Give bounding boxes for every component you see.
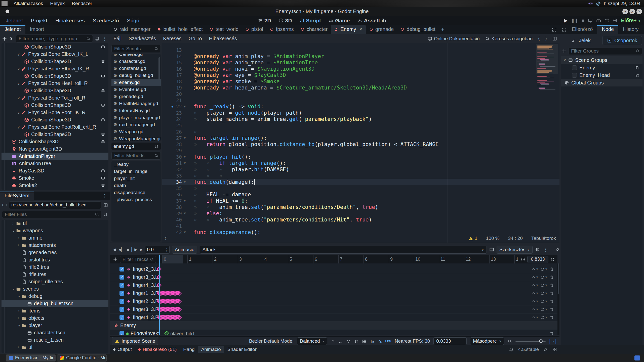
visibility-eye-icon[interactable]: [101, 176, 105, 180]
delete-track-icon[interactable]: [550, 315, 554, 320]
code-line-25[interactable]: 25: [162, 122, 559, 128]
code-line-42[interactable]: 42∨func disappearance():: [162, 229, 559, 235]
workspace-3d[interactable]: 3D: [277, 17, 294, 24]
copy-group-icon[interactable]: [635, 73, 639, 77]
scene-node-physical-bone-elbow-ik-l[interactable]: ∨Physical Bone Elbow_IK_L: [2, 51, 108, 58]
script-tab-fpsarms[interactable]: fpsarms: [266, 25, 297, 34]
script-menu-keresés[interactable]: Keresés: [159, 35, 185, 42]
code-editor[interactable]: 1314@onready var anim_play = $AnimationP…: [162, 43, 559, 243]
menu-hibakeresés[interactable]: Hibakeresés: [52, 17, 88, 24]
track-interp-dropdown[interactable]: ∨: [532, 299, 538, 303]
delete-track-icon[interactable]: [550, 275, 554, 279]
file-player[interactable]: ∨player: [2, 322, 108, 329]
anim-menu-icon[interactable]: ⋮: [542, 247, 549, 252]
dock-menu-icon[interactable]: ⋮: [643, 27, 644, 32]
pin-animation-icon[interactable]: [555, 247, 559, 252]
code-line-20[interactable]: 20: [162, 91, 559, 97]
code-minimap[interactable]: [536, 44, 558, 89]
anim-time-spinbox[interactable]: 0.0∧∨: [145, 246, 169, 254]
group-tracks-icon[interactable]: [362, 339, 366, 343]
method-item-ready[interactable]: _ready: [111, 161, 161, 168]
play-button[interactable]: ▶: [564, 18, 568, 23]
playhead[interactable]: [159, 255, 160, 335]
keres-s-a-s-g-ban[interactable]: Keresés a súgóban: [485, 36, 533, 41]
steam-icon[interactable]: [596, 1, 601, 6]
script-item-enemy-gd[interactable]: ⚙enemy.gd: [111, 79, 161, 86]
animation-name-dropdown[interactable]: Attack∨: [200, 246, 487, 254]
delete-track-icon[interactable]: [550, 267, 554, 271]
script-item-grenade-gd[interactable]: ⚙grenade.gd: [111, 93, 161, 100]
code-line-18[interactable]: 18@onready var smoke = $Smoke: [162, 78, 559, 84]
script-tab-debug_bullet[interactable]: debug_bullet: [397, 25, 439, 34]
track-finger1-3-r[interactable]: ✓finger1_3.R∨∨: [110, 289, 557, 297]
delete-track-icon[interactable]: [550, 283, 554, 287]
script-item-weapon-gd[interactable]: ⚙Weapon.gd: [111, 128, 161, 135]
dock-tab-history[interactable]: History: [618, 25, 643, 34]
track-enabled-checkbox[interactable]: ✓: [119, 267, 124, 272]
scene-filter-input[interactable]: [16, 35, 93, 42]
delete-track-icon[interactable]: [550, 291, 554, 295]
script-item-weaponmanager-gd[interactable]: ⚙WeaponManager.gd: [111, 135, 161, 141]
delete-track-icon[interactable]: [550, 331, 554, 335]
file-items[interactable]: 〉items: [2, 307, 108, 314]
new-tab-button[interactable]: +: [439, 27, 447, 34]
menu-jelenet[interactable]: Jelenet: [3, 17, 26, 24]
workspace-game[interactable]: Game: [327, 17, 352, 24]
imported-scene-button[interactable]: Imported Scene: [112, 337, 158, 345]
menu-súgó[interactable]: Súgó: [124, 17, 143, 24]
delete-track-icon[interactable]: [550, 299, 554, 303]
script-menu-hibakeresés[interactable]: Hibakeresés: [206, 35, 240, 42]
file-ui[interactable]: 〉ui: [2, 220, 108, 227]
add-track-button[interactable]: [113, 257, 118, 262]
track-enabled-checkbox[interactable]: ✓: [119, 307, 124, 312]
snap-unit-dropdown[interactable]: Másodperc∨: [470, 337, 504, 345]
group-checkbox[interactable]: [572, 73, 577, 78]
menu-projekt[interactable]: Projekt: [28, 17, 51, 24]
code-line-36[interactable]: 36» HEAL -= damage: [162, 191, 559, 198]
scene-node-physical-bone-foot-ik-r[interactable]: ∨Physical Bone Foot_IK_R: [2, 109, 108, 116]
keyboard-indicator[interactable]: [634, 355, 640, 360]
code-line-21[interactable]: 21: [162, 97, 559, 103]
global-groups-header[interactable]: Global Groups: [561, 79, 642, 86]
track-enabled-checkbox[interactable]: ✓: [119, 275, 124, 280]
fs-path[interactable]: res://scenes/debug/debug_bullet.tscn: [9, 201, 101, 209]
script-item-constants-gd[interactable]: ⚙constants.gd: [111, 65, 161, 72]
code-line-40[interactable]: 40» » anim_tree.set("parameters/conditio…: [162, 216, 559, 223]
method-item-disappearance[interactable]: disappearance: [111, 189, 161, 196]
workspace-assetlib[interactable]: AssetLib: [355, 17, 388, 24]
gnome-menu-helyek[interactable]: Helyek: [47, 1, 68, 6]
script-item-interactray-gd[interactable]: ⚙InteractRay.gd: [111, 107, 161, 114]
fs-sort-icon[interactable]: [103, 212, 108, 217]
fs-forward-button[interactable]: 〉: [6, 202, 7, 208]
pause-button[interactable]: ❚❚: [571, 18, 578, 23]
track-interp-dropdown[interactable]: ∨: [532, 267, 538, 271]
script-menu-go-to[interactable]: Go To: [185, 35, 206, 42]
track-interp-dropdown[interactable]: ∨: [532, 283, 538, 287]
code-line-23[interactable]: 23» player = get_node(player_path): [162, 110, 559, 116]
notifications-bell-icon[interactable]: [509, 347, 514, 352]
script-item-raid-manager-gd[interactable]: ⚙raid_manager.gd: [111, 121, 161, 128]
scene-node-collisionshape3d[interactable]: CollisionShape3D: [2, 72, 108, 80]
code-line-24[interactable]: 24» state_machine = anim_tree.get("param…: [162, 116, 559, 122]
scene-node-physical-bone-heel-roll-r[interactable]: ∨Physical Bone Heel_roll_R: [2, 80, 108, 87]
script-item-eventbus-gd[interactable]: ⚙EventBus.gd: [111, 86, 161, 93]
track-loop-dropdown[interactable]: ∨: [541, 299, 547, 303]
code-line-32[interactable]: 32» » » player.hit(DAMAGE): [162, 166, 559, 172]
visibility-eye-icon[interactable]: [101, 59, 105, 64]
anim-play-from-start[interactable]: ▏▶: [132, 247, 137, 252]
track-section-enemy[interactable]: Enemy: [110, 322, 557, 330]
visibility-eye-icon[interactable]: [101, 117, 105, 122]
keyframe[interactable]: [164, 331, 169, 335]
visibility-eye-icon[interactable]: [101, 168, 105, 173]
dock-tab-ellenőrző[interactable]: Ellenőrző: [567, 25, 597, 34]
scene-node-smoke[interactable]: Smoke: [2, 174, 108, 182]
animation-library-button[interactable]: Animáció: [172, 246, 197, 254]
track-loop-dropdown[interactable]: ∨: [541, 291, 547, 295]
code-zoom[interactable]: 100 %: [486, 236, 500, 241]
script-history-back[interactable]: 〈: [538, 36, 540, 41]
sort-tracks-icon[interactable]: [354, 339, 358, 343]
method-item-death[interactable]: death: [111, 182, 161, 189]
group-item-enemy_head[interactable]: Enemy_Head: [561, 71, 642, 79]
script-history-forward[interactable]: 〉: [545, 36, 547, 41]
group-checkbox[interactable]: [572, 65, 577, 70]
